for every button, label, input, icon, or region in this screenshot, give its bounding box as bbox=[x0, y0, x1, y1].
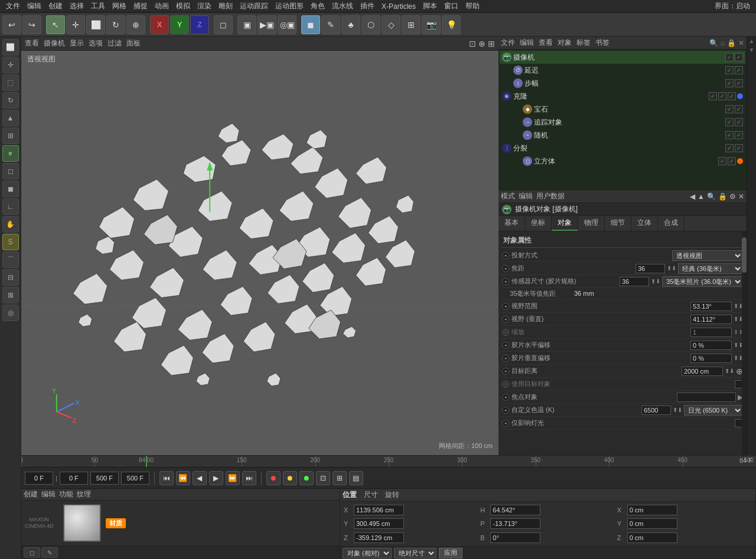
coord-apply-button[interactable]: 应用 bbox=[439, 548, 462, 558]
select-tool[interactable]: ↖ bbox=[46, 15, 65, 34]
tree-item-delay[interactable]: ⏱ 延迟 ✓ ✓ bbox=[500, 64, 745, 77]
light-tool[interactable]: 💡 bbox=[442, 15, 461, 34]
tree-item-fracture[interactable]: ⋮ 分裂 ✓ ✓ bbox=[500, 142, 745, 155]
sensor-preset[interactable]: 35毫米照片 (36.0毫米) bbox=[662, 276, 743, 287]
tree-item-camera[interactable]: 📷 摄像机 ✓ ✓ bbox=[500, 51, 745, 64]
goto-end-btn[interactable]: ⏭ bbox=[242, 471, 256, 485]
scale-tool[interactable]: ⬜ bbox=[86, 15, 105, 34]
cube-front[interactable]: ◼ bbox=[301, 15, 320, 34]
left-icon-checker[interactable]: ⊞ bbox=[2, 128, 19, 144]
rsb-icon-1[interactable]: ▲ bbox=[748, 38, 755, 45]
record-scale-btn[interactable]: ⏺ bbox=[299, 471, 314, 485]
props-search[interactable]: 🔍 bbox=[707, 192, 716, 201]
hair-tool[interactable]: ♣ bbox=[341, 15, 360, 34]
menu-item-help[interactable]: 帮助 bbox=[462, 1, 483, 11]
props-userdata[interactable]: 用户数据 bbox=[536, 191, 565, 201]
st-search-icon[interactable]: 🔍 bbox=[709, 39, 718, 47]
tab-stereo[interactable]: 立体 bbox=[631, 216, 658, 231]
menu-item-sculpt[interactable]: 雕刻 bbox=[215, 1, 236, 11]
menu-item-character[interactable]: 角色 bbox=[307, 1, 328, 11]
grid-tool[interactable]: ⊞ bbox=[402, 15, 421, 34]
left-icon-cube-wire[interactable]: ◻ bbox=[2, 163, 19, 179]
sensor-spinner[interactable]: ⬆⬇ bbox=[651, 278, 660, 285]
st-tag[interactable]: 标签 bbox=[576, 38, 591, 48]
mat-icon-1[interactable]: ◻ bbox=[24, 547, 40, 558]
menu-item-render[interactable]: 渲染 bbox=[194, 1, 215, 11]
left-icon-angle[interactable]: ∟ bbox=[2, 198, 19, 215]
menu-item-plugins[interactable]: 插件 bbox=[357, 1, 378, 11]
coord-rz-input[interactable] bbox=[627, 532, 677, 543]
vp-display-menu[interactable]: 显示 bbox=[70, 38, 84, 48]
anim-layout-btn[interactable]: ▤ bbox=[349, 471, 363, 485]
record-pos-btn[interactable]: ⏺ bbox=[266, 471, 281, 485]
record-btn[interactable]: ⊡ bbox=[316, 471, 330, 485]
menu-item-snap[interactable]: 捕捉 bbox=[130, 1, 151, 11]
y-axis-button[interactable]: Y bbox=[170, 15, 189, 34]
left-icon-grid3[interactable]: ⊠ bbox=[2, 287, 19, 303]
tab-basic[interactable]: 基本 bbox=[498, 216, 525, 231]
tab-physics[interactable]: 物理 bbox=[578, 216, 605, 231]
timeline-ruler[interactable]: 0 50 84.00 150 200 250 300 350 400 450 bbox=[21, 456, 756, 467]
props-lock[interactable]: 🔒 bbox=[718, 192, 727, 201]
goto-start-btn[interactable]: ⏮ bbox=[159, 471, 174, 485]
menu-item-window[interactable]: 窗口 bbox=[441, 1, 462, 11]
ctemp-input[interactable] bbox=[641, 406, 671, 415]
props-nav-left[interactable]: ◀ bbox=[690, 192, 695, 201]
filmh-input[interactable] bbox=[690, 341, 732, 350]
ctemp-spinner[interactable]: ⬆⬇ bbox=[673, 407, 682, 413]
coord-z-input[interactable] bbox=[354, 532, 404, 543]
left-icon-4[interactable]: ↻ bbox=[2, 92, 19, 109]
left-icon-terrain[interactable]: ▲ bbox=[2, 110, 19, 126]
anim-settings-btn[interactable]: ⊞ bbox=[333, 471, 347, 485]
mat-create[interactable]: 创建 bbox=[24, 489, 38, 499]
coord-ry-input[interactable] bbox=[627, 518, 677, 529]
tree-item-step[interactable]: ↕ 步幅 ✓ ✓ bbox=[500, 77, 745, 90]
menu-item-animate[interactable]: 动画 bbox=[151, 1, 172, 11]
props-nav-up[interactable]: ▲ bbox=[698, 192, 705, 201]
menu-item-file[interactable]: 文件 bbox=[2, 1, 24, 11]
st-file[interactable]: 文件 bbox=[501, 38, 515, 48]
record-rot-btn[interactable]: ⏺ bbox=[283, 471, 297, 485]
tdist-spinner[interactable]: ⬆⬇ bbox=[725, 368, 734, 374]
rsb-icon-2[interactable]: ▼ bbox=[748, 47, 755, 54]
fov-input[interactable] bbox=[690, 302, 732, 311]
move-tool[interactable]: ✛ bbox=[66, 15, 85, 34]
props-scrollbar[interactable] bbox=[742, 231, 747, 455]
mat-function[interactable]: 功能 bbox=[59, 489, 73, 499]
vp-filter-menu[interactable]: 过滤 bbox=[107, 38, 122, 48]
vp-ctrl-1[interactable]: ⊡ bbox=[469, 39, 476, 48]
st-lock-icon[interactable]: 🔒 bbox=[727, 39, 736, 47]
vp-ctrl-3[interactable]: ⊞ bbox=[488, 39, 495, 48]
coord-rx-input[interactable] bbox=[627, 505, 677, 515]
vp-view-menu[interactable]: 查看 bbox=[25, 38, 39, 48]
props-settings[interactable]: ⚙ bbox=[729, 192, 736, 201]
props-mode[interactable]: 模式 bbox=[501, 191, 515, 201]
step-back-btn[interactable]: ⏪ bbox=[176, 471, 190, 485]
z-axis-button[interactable]: Z bbox=[190, 15, 209, 34]
fps-input[interactable] bbox=[121, 472, 149, 485]
tdist-input[interactable] bbox=[682, 367, 723, 376]
left-icon-hand[interactable]: ✋ bbox=[2, 216, 19, 233]
focal-spinner[interactable]: ⬆⬇ bbox=[667, 265, 676, 272]
projection-select[interactable]: 透视视图 bbox=[672, 250, 743, 261]
material-swatch[interactable] bbox=[63, 504, 101, 542]
render-region[interactable]: ▣ bbox=[237, 15, 256, 34]
menu-item-mograph[interactable]: 运动图形 bbox=[272, 1, 307, 11]
menu-item-pipeline[interactable]: 流水线 bbox=[328, 1, 357, 11]
sensor-input[interactable] bbox=[620, 277, 649, 286]
coord-b-input[interactable] bbox=[490, 532, 540, 543]
mat-icon-2[interactable]: ✎ bbox=[41, 547, 58, 558]
left-icon-cube-solid[interactable]: ◼ bbox=[2, 181, 19, 197]
coord-p-input[interactable] bbox=[490, 518, 540, 529]
props-close[interactable]: ✕ bbox=[738, 192, 744, 201]
st-home-icon[interactable]: ⌂ bbox=[721, 39, 725, 47]
left-icon-active[interactable]: Ir bbox=[2, 145, 19, 162]
tree-item-cube[interactable]: ◻ 立方体 ✓ ✓ bbox=[500, 155, 745, 168]
coord-y-input[interactable] bbox=[354, 518, 404, 529]
st-edit[interactable]: 编辑 bbox=[520, 38, 534, 48]
coord-h-input[interactable] bbox=[490, 505, 540, 515]
tree-item-gem[interactable]: ◆ 宝石 ✓ ✓ bbox=[500, 103, 745, 116]
menu-item-create[interactable]: 创建 bbox=[45, 1, 66, 11]
paint-tool[interactable]: ◇ bbox=[382, 15, 400, 34]
left-icon-2[interactable]: ✛ bbox=[2, 57, 19, 73]
